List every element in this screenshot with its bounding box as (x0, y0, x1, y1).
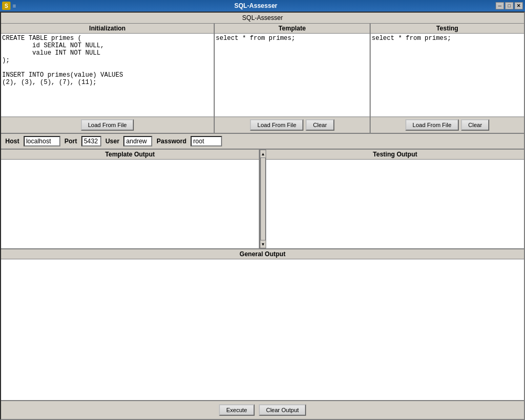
middle-panels: Template Output ▲ ▼ Testing Output (1, 150, 524, 249)
template-header: Template (215, 24, 370, 34)
middle-scrollbar: ▲ ▼ (260, 150, 266, 248)
template-load-button[interactable]: Load From File (250, 119, 303, 131)
title-bar-title: SQL-Assesser (16, 2, 496, 9)
close-button[interactable]: ✕ (514, 2, 523, 9)
testing-output-area[interactable] (266, 160, 524, 248)
clear-output-button[interactable]: Clear Output (259, 404, 306, 416)
initialization-buttons: Load From File (1, 117, 214, 133)
title-bar: S ≡ SQL-Assesser ─ □ ✕ (0, 0, 525, 12)
window-content: SQL-Assesser Initialization CREATE TABLE… (0, 12, 525, 420)
scroll-down-arrow[interactable]: ▼ (260, 240, 266, 248)
port-input[interactable] (81, 136, 101, 146)
template-textarea-wrap: select * from primes; (215, 34, 370, 117)
host-label: Host (5, 138, 19, 145)
host-input[interactable] (24, 136, 60, 146)
template-output-panel: Template Output (1, 150, 260, 248)
template-buttons: Load From File Clear (215, 117, 370, 133)
password-input[interactable] (191, 136, 222, 146)
testing-output-panel: Testing Output (266, 150, 524, 248)
port-label: Port (65, 138, 77, 145)
scroll-track (261, 158, 265, 240)
title-bar-controls: ─ □ ✕ (496, 2, 523, 9)
initialization-textarea-wrap: CREATE TABLE primes ( id SERIAL NOT NULL… (1, 34, 214, 117)
template-clear-button[interactable]: Clear (306, 119, 334, 131)
scroll-up-arrow[interactable]: ▲ (260, 150, 266, 158)
template-textarea[interactable]: select * from primes; (215, 34, 370, 117)
general-output-section: General Output (1, 249, 524, 400)
general-output-header: General Output (1, 249, 524, 259)
testing-panel: Testing select * from primes; Load From … (371, 24, 524, 133)
testing-buttons: Load From File Clear (371, 117, 524, 133)
maximize-button[interactable]: □ (505, 2, 513, 9)
testing-output-header: Testing Output (266, 150, 524, 160)
testing-load-button[interactable]: Load From File (405, 119, 459, 131)
app-title: SQL-Assesser (1, 13, 524, 24)
minimize-button[interactable]: ─ (496, 2, 504, 9)
execute-button[interactable]: Execute (219, 404, 255, 416)
initialization-panel: Initialization CREATE TABLE primes ( id … (1, 24, 215, 133)
template-output-area[interactable] (1, 160, 259, 248)
testing-clear-button[interactable]: Clear (461, 119, 489, 131)
initialization-header: Initialization (1, 24, 214, 34)
user-label: User (106, 138, 120, 145)
init-load-button[interactable]: Load From File (81, 119, 134, 131)
title-bar-left: S ≡ (2, 2, 16, 10)
bottom-bar: Execute Clear Output (1, 400, 524, 419)
testing-header: Testing (371, 24, 524, 34)
password-label: Password (156, 138, 186, 145)
top-panels: Initialization CREATE TABLE primes ( id … (1, 24, 524, 134)
initialization-textarea[interactable]: CREATE TABLE primes ( id SERIAL NOT NULL… (1, 34, 214, 117)
testing-textarea-wrap: select * from primes; (371, 34, 524, 117)
template-panel: Template select * from primes; Load From… (215, 24, 371, 133)
testing-textarea[interactable]: select * from primes; (371, 34, 524, 117)
app-icon: S (2, 2, 10, 10)
connection-row: Host Port User Password (1, 134, 524, 150)
user-input[interactable] (123, 136, 152, 146)
template-output-header: Template Output (1, 150, 259, 160)
general-output-area[interactable] (1, 259, 524, 400)
